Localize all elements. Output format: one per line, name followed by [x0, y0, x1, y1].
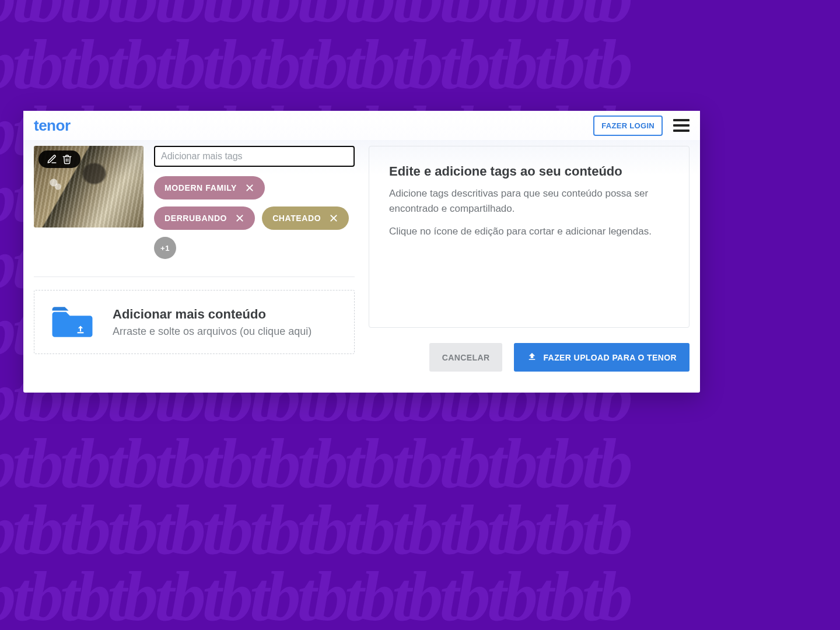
tag-label: MODERN FAMILY [164, 183, 237, 192]
tag-list: MODERN FAMILY DERRUBANDO [154, 176, 355, 259]
login-button[interactable]: FAZER LOGIN [593, 116, 663, 136]
tag-label: DERRUBANDO [164, 214, 227, 223]
folder-upload-icon [52, 306, 93, 338]
edit-icon[interactable] [44, 154, 60, 164]
tag-pill: MODERN FAMILY [154, 176, 265, 200]
tag-label: CHATEADO [272, 214, 321, 223]
cancel-button[interactable]: CANCELAR [429, 343, 503, 372]
upload-button-label: FAZER UPLOAD PARA O TENOR [543, 353, 677, 362]
info-paragraph: Clique no ícone de edição para cortar e … [389, 224, 669, 239]
dropzone-title: Adicionar mais conteúdo [113, 307, 312, 322]
info-paragraph: Adicione tags descritivas para que seu c… [389, 186, 669, 216]
hamburger-menu-icon[interactable] [673, 119, 690, 132]
remove-tag-icon[interactable] [327, 211, 341, 225]
upload-icon [527, 351, 537, 363]
info-panel: Edite e adicione tags ao seu conteúdo Ad… [369, 146, 690, 328]
upload-button[interactable]: FAZER UPLOAD PARA O TENOR [514, 343, 690, 372]
dropzone-subtitle: Arraste e solte os arquivos (ou clique a… [113, 326, 312, 338]
brand-logo: tenor [34, 117, 71, 135]
add-content-dropzone[interactable]: Adicionar mais conteúdo Arraste e solte … [34, 290, 355, 354]
thumbnail-action-bar [38, 150, 80, 168]
tag-pill: CHATEADO [262, 206, 349, 230]
info-title: Edite e adicione tags ao seu conteúdo [389, 164, 669, 179]
footer-buttons: CANCELAR FAZER UPLOAD PARA O TENOR [369, 343, 690, 372]
tag-input[interactable] [154, 146, 355, 167]
trash-icon[interactable] [60, 154, 75, 164]
tag-overflow-badge[interactable]: +1 [154, 237, 176, 259]
divider [34, 276, 355, 277]
main-card: tenor FAZER LOGIN [23, 111, 700, 393]
upload-thumbnail[interactable] [34, 146, 144, 228]
tag-pill: DERRUBANDO [154, 206, 255, 230]
svg-rect-6 [78, 332, 84, 333]
remove-tag-icon[interactable] [233, 211, 247, 225]
remove-tag-icon[interactable] [243, 181, 257, 195]
header: tenor FAZER LOGIN [23, 111, 700, 140]
header-right: FAZER LOGIN [593, 116, 690, 136]
